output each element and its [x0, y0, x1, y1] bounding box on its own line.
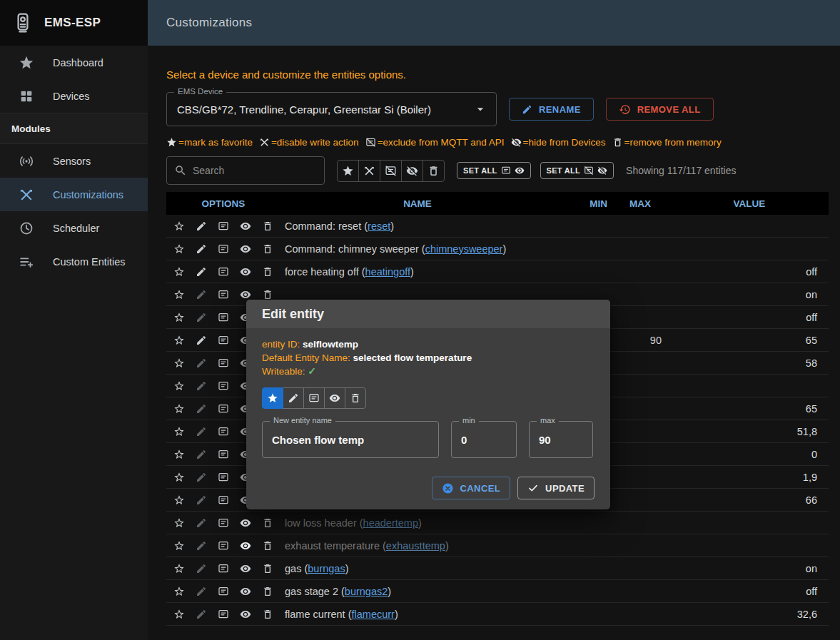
dialog-star-toggle[interactable] — [262, 387, 283, 409]
row-favorite-icon[interactable] — [168, 420, 190, 442]
sidebar-item-custom-entities[interactable]: Custom Entities — [0, 245, 148, 278]
row-edit-icon[interactable] — [190, 306, 212, 328]
filter-trash-button[interactable] — [422, 160, 445, 182]
row-delete-icon[interactable] — [256, 215, 278, 237]
row-delete-icon[interactable] — [256, 557, 278, 579]
row-mqtt-exclude-icon[interactable] — [212, 466, 234, 488]
set-all-button-2[interactable]: SET ALL — [540, 162, 614, 179]
entity-link[interactable]: burngas2 — [345, 586, 388, 597]
row-favorite-icon[interactable] — [168, 512, 190, 534]
row-favorite-icon[interactable] — [168, 306, 190, 328]
min-input[interactable] — [452, 422, 516, 457]
row-favorite-icon[interactable] — [168, 352, 190, 374]
row-mqtt-exclude-icon[interactable] — [212, 283, 234, 305]
row-hide-icon[interactable] — [234, 603, 256, 625]
row-mqtt-exclude-icon[interactable] — [212, 329, 234, 351]
remove-all-button[interactable]: REMOVE ALL — [606, 98, 714, 121]
rename-button[interactable]: RENAME — [509, 98, 594, 121]
ems-device-select[interactable]: EMS Device CBS/GB*72, Trendline, Cerapur… — [166, 92, 497, 126]
new-entity-name-input[interactable] — [263, 422, 438, 457]
row-edit-icon[interactable] — [190, 397, 212, 420]
row-edit-icon[interactable] — [190, 215, 212, 237]
row-favorite-icon[interactable] — [168, 260, 190, 283]
row-mqtt-exclude-icon[interactable] — [212, 557, 234, 579]
row-delete-icon[interactable] — [256, 260, 278, 283]
row-edit-icon[interactable] — [190, 557, 212, 579]
row-edit-icon[interactable] — [190, 466, 212, 488]
row-mqtt-exclude-icon[interactable] — [212, 375, 234, 397]
row-favorite-icon[interactable] — [168, 466, 190, 488]
row-mqtt-exclude-icon[interactable] — [212, 420, 234, 442]
row-favorite-icon[interactable] — [168, 443, 190, 465]
filter-eye-off-button[interactable] — [401, 160, 423, 182]
entity-link[interactable]: exhausttemp — [386, 540, 445, 552]
entity-link[interactable]: burngas — [308, 563, 345, 574]
sidebar-item-sensors[interactable]: Sensors — [0, 144, 148, 178]
row-mqtt-exclude-icon[interactable] — [212, 580, 234, 602]
row-favorite-icon[interactable] — [168, 283, 190, 305]
row-favorite-icon[interactable] — [168, 534, 190, 557]
row-hide-icon[interactable] — [234, 557, 256, 579]
row-favorite-icon[interactable] — [168, 580, 190, 602]
filter-msg-off-button[interactable] — [380, 160, 402, 182]
row-edit-icon[interactable] — [190, 443, 212, 465]
sidebar-item-devices[interactable]: Devices — [0, 79, 148, 113]
row-mqtt-exclude-icon[interactable] — [212, 260, 234, 283]
search-input[interactable] — [193, 165, 307, 176]
dialog-trash-toggle[interactable] — [345, 387, 366, 409]
row-mqtt-exclude-icon[interactable] — [212, 512, 234, 534]
row-favorite-icon[interactable] — [168, 238, 190, 260]
filter-tools-off-button[interactable] — [358, 160, 380, 182]
row-edit-icon[interactable] — [190, 352, 212, 374]
row-edit-icon[interactable] — [190, 420, 212, 442]
entity-link[interactable]: headertemp — [363, 517, 418, 529]
row-favorite-icon[interactable] — [168, 397, 190, 420]
row-favorite-icon[interactable] — [168, 329, 190, 351]
row-hide-icon[interactable] — [234, 512, 256, 534]
row-favorite-icon[interactable] — [168, 375, 190, 397]
row-edit-icon[interactable] — [190, 603, 212, 625]
row-edit-icon[interactable] — [190, 489, 212, 511]
row-edit-icon[interactable] — [190, 512, 212, 534]
entity-link[interactable]: heatingoff — [365, 266, 410, 278]
sidebar-item-scheduler[interactable]: Scheduler — [0, 211, 148, 245]
row-mqtt-exclude-icon[interactable] — [212, 238, 234, 260]
row-edit-icon[interactable] — [190, 375, 212, 397]
row-favorite-icon[interactable] — [168, 557, 190, 579]
sidebar-item-customizations[interactable]: Customizations — [0, 178, 148, 211]
row-favorite-icon[interactable] — [168, 603, 190, 625]
dialog-msg-toggle[interactable] — [303, 387, 325, 409]
row-edit-icon[interactable] — [190, 238, 212, 260]
max-input[interactable] — [530, 422, 592, 457]
row-edit-icon[interactable] — [190, 580, 212, 602]
sidebar-item-dashboard[interactable]: Dashboard — [0, 46, 148, 79]
row-favorite-icon[interactable] — [168, 215, 190, 237]
row-mqtt-exclude-icon[interactable] — [212, 352, 234, 374]
entity-link[interactable]: flamecurr — [351, 609, 394, 620]
dialog-eye-toggle[interactable] — [324, 387, 345, 409]
row-mqtt-exclude-icon[interactable] — [212, 489, 234, 511]
row-mqtt-exclude-icon[interactable] — [212, 443, 234, 465]
entity-link[interactable]: reset — [368, 220, 390, 232]
row-hide-icon[interactable] — [234, 580, 256, 602]
row-delete-icon[interactable] — [256, 512, 278, 534]
row-edit-icon[interactable] — [190, 534, 212, 557]
row-hide-icon[interactable] — [234, 260, 256, 283]
row-favorite-icon[interactable] — [168, 489, 190, 511]
row-edit-icon[interactable] — [190, 329, 212, 351]
row-mqtt-exclude-icon[interactable] — [212, 603, 234, 625]
update-button[interactable]: UPDATE — [517, 477, 594, 499]
row-delete-icon[interactable] — [256, 580, 278, 602]
row-delete-icon[interactable] — [256, 238, 278, 260]
row-delete-icon[interactable] — [256, 603, 278, 625]
row-edit-icon[interactable] — [190, 260, 212, 283]
row-hide-icon[interactable] — [234, 534, 256, 557]
set-all-button-1[interactable]: SET ALL — [457, 162, 531, 179]
row-delete-icon[interactable] — [256, 534, 278, 557]
cancel-button[interactable]: CANCEL — [432, 477, 511, 499]
entity-link[interactable]: chimneysweeper — [425, 243, 503, 255]
row-edit-icon[interactable] — [190, 283, 212, 305]
filter-star-button[interactable] — [337, 160, 359, 182]
row-hide-icon[interactable] — [234, 238, 256, 260]
row-mqtt-exclude-icon[interactable] — [212, 215, 234, 237]
